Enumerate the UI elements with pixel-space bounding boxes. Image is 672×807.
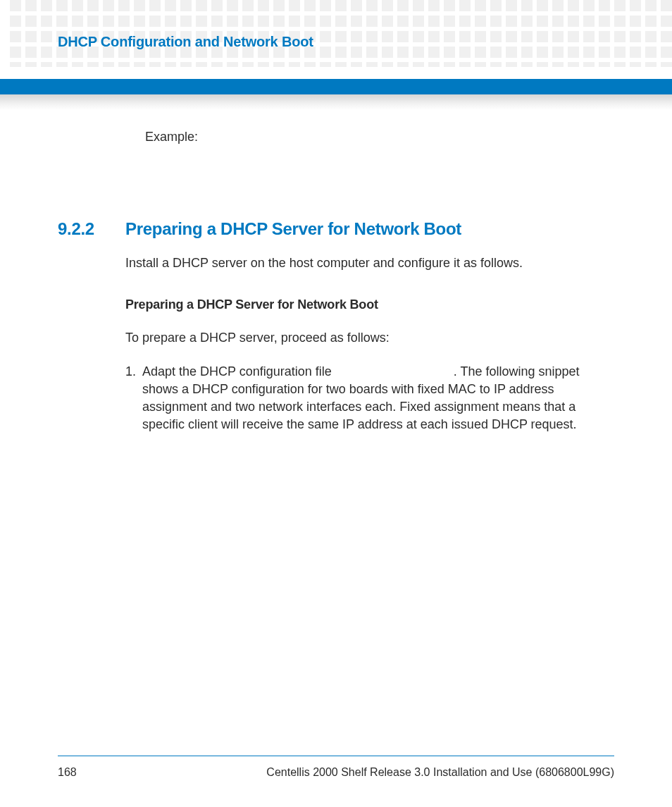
step-text-a: Adapt the DHCP configuration file <box>142 364 335 378</box>
footer-doc-title: Centellis 2000 Shelf Release 3.0 Install… <box>266 766 614 779</box>
sub-heading: Preparing a DHCP Server for Network Boot <box>125 296 614 314</box>
section-heading-row: 9.2.2 Preparing a DHCP Server for Networ… <box>58 219 614 239</box>
section-number: 9.2.2 <box>58 219 125 239</box>
page-footer: 168 Centellis 2000 Shelf Release 3.0 Ins… <box>58 766 614 779</box>
intro-paragraph: Install a DHCP server on the host comput… <box>125 254 614 272</box>
running-header: DHCP Configuration and Network Boot <box>58 34 313 50</box>
page-content: Example: 9.2.2 Preparing a DHCP Server f… <box>58 130 614 433</box>
example-label: Example: <box>145 130 614 144</box>
header-gradient-rule <box>0 94 672 110</box>
page-number: 168 <box>58 766 77 779</box>
section-title: Preparing a DHCP Server for Network Boot <box>125 219 461 239</box>
section-body: Install a DHCP server on the host comput… <box>125 254 614 433</box>
header-blue-rule <box>0 79 672 94</box>
step-1: 1. Adapt the DHCP configuration file . T… <box>125 363 614 434</box>
step-text: Adapt the DHCP configuration file . The … <box>142 363 614 434</box>
prep-paragraph: To prepare a DHCP server, proceed as fol… <box>125 329 614 347</box>
footer-rule <box>58 756 614 756</box>
step-number: 1. <box>125 363 142 434</box>
